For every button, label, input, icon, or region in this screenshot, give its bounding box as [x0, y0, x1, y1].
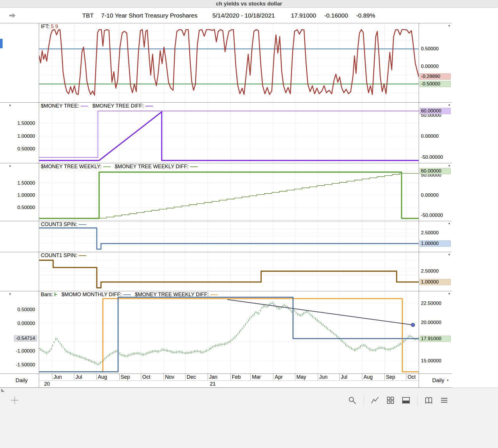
date-range: 5/14/2020 - 10/18/2021 — [212, 12, 275, 19]
panel-menu-icon[interactable]: ▾ — [9, 164, 11, 168]
month-tick — [52, 374, 52, 380]
panel-menu-icon[interactable]: ▾ — [448, 24, 450, 27]
panel-money-tree-left-axis: 1.500001.000000.50000▾ — [5, 103, 39, 163]
month-tick — [318, 374, 318, 380]
panel-menu-icon[interactable]: ▾ — [448, 222, 450, 225]
crosshair-tool-icon[interactable] — [10, 396, 19, 405]
left-edge-selection — [0, 39, 3, 48]
month-label: Jul — [75, 374, 82, 380]
month-tick — [164, 374, 164, 380]
panel-menu-icon[interactable]: ▾ — [448, 292, 450, 295]
panel-count1-spin: COUNT1 SPIN: 2.500001.00000▾ — [0, 252, 451, 291]
axis-value-tag: 17.91000 — [420, 336, 451, 342]
axis-label: 15.00000 — [420, 358, 451, 364]
resize-corner-icon — [1, 388, 5, 393]
series-swatch — [145, 106, 153, 106]
bars-swatch — [55, 292, 58, 296]
timeframe-right-area: Daily ▾ — [419, 374, 451, 387]
panel-title-text: $MONEY TREE DIFF: — [92, 103, 143, 109]
timeframe-left[interactable]: Daily — [16, 377, 28, 384]
axis-label: 2.50000 — [420, 230, 451, 236]
panel-menu-icon[interactable]: ▾ — [9, 104, 11, 107]
panel-money-tree-title: $MONEY TREE:$MONEY TREE DIFF: — [41, 103, 157, 109]
series-swatch — [123, 294, 131, 295]
month-tick — [74, 374, 74, 380]
book-icon[interactable] — [424, 396, 433, 405]
axis-divider — [39, 380, 419, 381]
axis-value-tag: -0.50000 — [420, 81, 451, 87]
axis-value-tag: 60.00000 — [420, 168, 451, 174]
axis-label: 0.50000 — [16, 204, 37, 211]
axis-label: 1.00000 — [16, 133, 37, 139]
series-swatch — [210, 294, 218, 295]
panel-ift-title: IFT: 5 9 — [41, 24, 58, 30]
panel-count1-plot[interactable]: COUNT1 SPIN: — [39, 252, 419, 291]
panel-money-tree-weekly-left-axis: 1.500001.000000.50000▾ — [5, 163, 39, 221]
chart-area: IFT: 5 9 0.500000.00000-0.28890-0.50000▾… — [0, 23, 451, 388]
axis-label: -1.00000 — [14, 348, 37, 354]
security-name: 7-10 Year Short Treasury Proshares — [101, 12, 198, 19]
chart-header: TBT 7-10 Year Short Treasury Proshares 5… — [0, 8, 498, 23]
panel-menu-icon[interactable]: ▾ — [448, 104, 450, 107]
timeframe-dropdown-icon[interactable]: ▾ — [447, 378, 449, 382]
panel-ift-right-axis: 0.500000.00000-0.28890-0.50000▾ — [419, 23, 451, 102]
month-tick — [362, 374, 362, 380]
panel-count3-spin: COUNT3 SPIN: 2.500001.00000▾ — [0, 221, 451, 252]
panel-menu-icon[interactable]: ▾ — [448, 253, 450, 256]
panel-count3-title: COUNT3 SPIN: — [41, 221, 90, 227]
month-tick — [295, 374, 295, 380]
panel-title-text: $MONEY TREE: — [41, 103, 79, 109]
panel-title-text: $MONEY TREE WEEKLY DIFF: — [115, 164, 189, 169]
axis-label: 20.00000 — [420, 319, 451, 326]
month-tick — [96, 374, 97, 380]
panel-menu-icon[interactable]: ▾ — [448, 164, 450, 167]
timeframe-right[interactable]: Daily — [432, 377, 444, 384]
panel-price-title: Bars:$MOMO MONTHLY DIFF:$MONEY TREE WEEK… — [41, 292, 222, 298]
month-label: Jun — [53, 374, 62, 380]
axis-value-tag: 1.00000 — [420, 240, 451, 247]
axis-value-tag: -0.54714 — [14, 335, 37, 342]
panel-title-text: COUNT3 SPIN: — [41, 221, 77, 227]
axis-label: -50.00000 — [420, 154, 451, 160]
year-label: 20 — [44, 381, 50, 387]
month-label: May — [296, 374, 306, 380]
panel-menu-icon[interactable]: ▾ — [9, 292, 11, 296]
panel-ift-plot[interactable]: IFT: 5 9 — [39, 23, 419, 102]
panel-price-plot[interactable]: Bars:$MOMO MONTHLY DIFF:$MONEY TREE WEEK… — [39, 291, 419, 374]
axis-label: 22.50000 — [420, 300, 451, 307]
grid-icon[interactable] — [386, 396, 395, 405]
month-label: Aug — [363, 374, 373, 380]
panel-price: 0.500000.00000-0.54714-1.00000-1.50000▾ … — [0, 291, 451, 374]
panel-layout-icon[interactable] — [402, 396, 410, 405]
panel-count1-right-axis: 2.500001.00000▾ — [419, 252, 451, 291]
axis-label: 1.50000 — [16, 180, 37, 186]
axis-label: 0.00000 — [420, 192, 451, 198]
toolbar-separator — [417, 395, 417, 405]
bottom-toolbar — [0, 388, 498, 448]
list-icon[interactable] — [440, 396, 449, 405]
panel-count3-plot[interactable]: COUNT3 SPIN: — [39, 221, 419, 252]
panel-count1-title: COUNT1 SPIN: — [41, 252, 90, 259]
month-tick — [185, 374, 185, 380]
panel-title-text: 5 9 — [49, 24, 58, 29]
app-window: ch yields vs stocks dollar TBT 7-10 Year… — [0, 0, 498, 448]
panel-money-tree-weekly-plot[interactable]: $MONEY TREE WEEKLY:$MONEY TREE WEEKLY DI… — [39, 163, 419, 221]
x-axis-row: Daily JunJulAugSepOctNovDecJanFebMarAprM… — [0, 374, 451, 388]
line-chart-icon[interactable] — [371, 396, 379, 405]
month-label: Sep — [121, 374, 130, 380]
month-tick — [406, 374, 406, 380]
panel-money-tree-plot[interactable]: $MONEY TREE:$MONEY TREE DIFF: — [39, 103, 419, 163]
series-swatch — [79, 255, 86, 256]
axis-label: 1.50000 — [16, 120, 37, 127]
axis-label: 1.00000 — [16, 192, 37, 198]
month-label: Oct — [407, 374, 415, 380]
panel-money-tree-weekly-title: $MONEY TREE WEEKLY:$MONEY TREE WEEKLY DI… — [41, 164, 202, 170]
toolbar-separator — [363, 395, 364, 405]
timeframe-left-area: Daily — [5, 374, 39, 387]
axis-value-tag: -0.28890 — [420, 73, 451, 80]
panel-money-tree-weekly-right-axis: 50.0000060.000000.00000-50.00000▾ — [419, 163, 451, 221]
year-label: 21 — [210, 381, 216, 387]
magnifier-icon[interactable] — [348, 396, 357, 405]
forward-arrow-icon[interactable] — [9, 13, 16, 18]
month-label: Apr — [275, 374, 283, 380]
